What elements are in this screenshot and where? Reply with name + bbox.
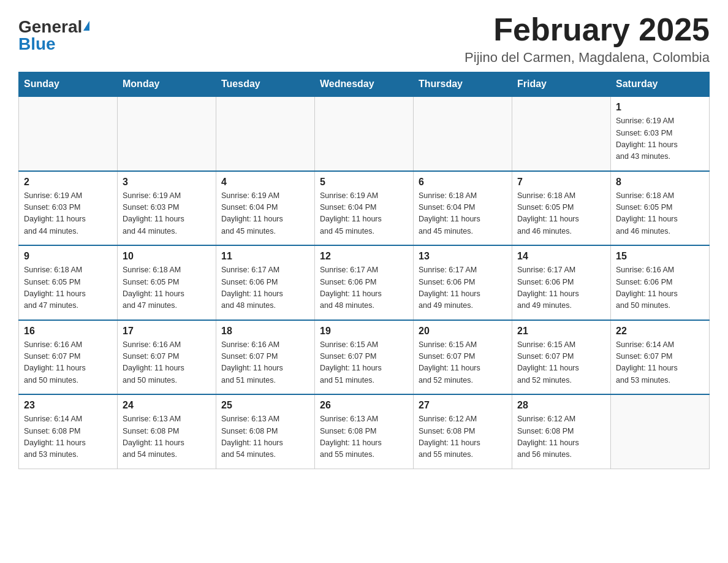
logo-blue-text: Blue: [18, 36, 56, 53]
calendar-cell: [216, 96, 315, 171]
day-number: 8: [616, 177, 704, 188]
logo-general-text: General: [18, 18, 82, 36]
day-info: Sunrise: 6:18 AMSunset: 6:05 PMDaylight:…: [517, 190, 605, 238]
day-info: Sunrise: 6:16 AMSunset: 6:07 PMDaylight:…: [123, 339, 211, 387]
weekday-header-sunday: Sunday: [19, 72, 118, 97]
day-info: Sunrise: 6:15 AMSunset: 6:07 PMDaylight:…: [320, 339, 408, 387]
day-number: 20: [419, 326, 507, 337]
day-number: 6: [419, 177, 507, 188]
calendar-cell: 25Sunrise: 6:13 AMSunset: 6:08 PMDayligh…: [216, 394, 315, 469]
header: General Blue February 2025 Pijino del Ca…: [18, 12, 710, 66]
calendar-cell: 5Sunrise: 6:19 AMSunset: 6:04 PMDaylight…: [315, 171, 414, 246]
calendar-cell: 21Sunrise: 6:15 AMSunset: 6:07 PMDayligh…: [512, 320, 611, 395]
day-number: 11: [221, 251, 309, 262]
day-number: 1: [616, 102, 704, 113]
day-number: 2: [24, 177, 112, 188]
day-info: Sunrise: 6:17 AMSunset: 6:06 PMDaylight:…: [517, 264, 605, 312]
calendar-cell: 28Sunrise: 6:12 AMSunset: 6:08 PMDayligh…: [512, 394, 611, 469]
weekday-header-monday: Monday: [118, 72, 216, 97]
day-info: Sunrise: 6:19 AMSunset: 6:03 PMDaylight:…: [123, 190, 211, 238]
day-info: Sunrise: 6:14 AMSunset: 6:08 PMDaylight:…: [24, 413, 112, 461]
calendar-week-row: 2Sunrise: 6:19 AMSunset: 6:03 PMDaylight…: [19, 171, 710, 246]
calendar-cell: 4Sunrise: 6:19 AMSunset: 6:04 PMDaylight…: [216, 171, 315, 246]
title-area: February 2025 Pijino del Carmen, Magdale…: [464, 12, 710, 66]
calendar-cell: [118, 96, 216, 171]
calendar-cell: [414, 96, 512, 171]
day-info: Sunrise: 6:17 AMSunset: 6:06 PMDaylight:…: [221, 264, 309, 312]
calendar-cell: 23Sunrise: 6:14 AMSunset: 6:08 PMDayligh…: [19, 394, 118, 469]
calendar-title: February 2025: [464, 12, 710, 47]
day-number: 5: [320, 177, 408, 188]
day-number: 24: [123, 400, 211, 411]
day-info: Sunrise: 6:19 AMSunset: 6:04 PMDaylight:…: [221, 190, 309, 238]
calendar-cell: [315, 96, 414, 171]
day-number: 16: [24, 326, 112, 337]
day-number: 10: [123, 251, 211, 262]
calendar-cell: 19Sunrise: 6:15 AMSunset: 6:07 PMDayligh…: [315, 320, 414, 395]
day-number: 3: [123, 177, 211, 188]
calendar-cell: 27Sunrise: 6:12 AMSunset: 6:08 PMDayligh…: [414, 394, 512, 469]
day-number: 22: [616, 326, 704, 337]
day-info: Sunrise: 6:16 AMSunset: 6:07 PMDaylight:…: [24, 339, 112, 387]
calendar-week-row: 9Sunrise: 6:18 AMSunset: 6:05 PMDaylight…: [19, 245, 710, 320]
day-number: 9: [24, 251, 112, 262]
day-number: 13: [419, 251, 507, 262]
day-number: 15: [616, 251, 704, 262]
calendar-cell: 3Sunrise: 6:19 AMSunset: 6:03 PMDaylight…: [118, 171, 216, 246]
calendar-cell: 6Sunrise: 6:18 AMSunset: 6:04 PMDaylight…: [414, 171, 512, 246]
day-info: Sunrise: 6:14 AMSunset: 6:07 PMDaylight:…: [616, 339, 704, 387]
day-info: Sunrise: 6:15 AMSunset: 6:07 PMDaylight:…: [517, 339, 605, 387]
day-number: 21: [517, 326, 605, 337]
calendar-cell: 24Sunrise: 6:13 AMSunset: 6:08 PMDayligh…: [118, 394, 216, 469]
calendar-cell: 26Sunrise: 6:13 AMSunset: 6:08 PMDayligh…: [315, 394, 414, 469]
logo: General Blue: [18, 18, 89, 53]
day-info: Sunrise: 6:13 AMSunset: 6:08 PMDaylight:…: [221, 413, 309, 461]
calendar-cell: 20Sunrise: 6:15 AMSunset: 6:07 PMDayligh…: [414, 320, 512, 395]
day-info: Sunrise: 6:16 AMSunset: 6:07 PMDaylight:…: [221, 339, 309, 387]
calendar-cell: 16Sunrise: 6:16 AMSunset: 6:07 PMDayligh…: [19, 320, 118, 395]
day-info: Sunrise: 6:15 AMSunset: 6:07 PMDaylight:…: [419, 339, 507, 387]
calendar-cell: 9Sunrise: 6:18 AMSunset: 6:05 PMDaylight…: [19, 245, 118, 320]
calendar-cell: 1Sunrise: 6:19 AMSunset: 6:03 PMDaylight…: [611, 96, 710, 171]
day-info: Sunrise: 6:13 AMSunset: 6:08 PMDaylight:…: [320, 413, 408, 461]
day-info: Sunrise: 6:18 AMSunset: 6:05 PMDaylight:…: [616, 190, 704, 238]
day-number: 28: [517, 400, 605, 411]
day-info: Sunrise: 6:17 AMSunset: 6:06 PMDaylight:…: [320, 264, 408, 312]
calendar-cell: 12Sunrise: 6:17 AMSunset: 6:06 PMDayligh…: [315, 245, 414, 320]
day-number: 18: [221, 326, 309, 337]
day-number: 12: [320, 251, 408, 262]
day-number: 7: [517, 177, 605, 188]
day-number: 4: [221, 177, 309, 188]
day-info: Sunrise: 6:19 AMSunset: 6:04 PMDaylight:…: [320, 190, 408, 238]
calendar-cell: 14Sunrise: 6:17 AMSunset: 6:06 PMDayligh…: [512, 245, 611, 320]
day-info: Sunrise: 6:18 AMSunset: 6:05 PMDaylight:…: [24, 264, 112, 312]
day-info: Sunrise: 6:17 AMSunset: 6:06 PMDaylight:…: [419, 264, 507, 312]
calendar-cell: [19, 96, 118, 171]
calendar-cell: 10Sunrise: 6:18 AMSunset: 6:05 PMDayligh…: [118, 245, 216, 320]
calendar-cell: [611, 394, 710, 469]
calendar-cell: 13Sunrise: 6:17 AMSunset: 6:06 PMDayligh…: [414, 245, 512, 320]
calendar-cell: 2Sunrise: 6:19 AMSunset: 6:03 PMDaylight…: [19, 171, 118, 246]
weekday-header-wednesday: Wednesday: [315, 72, 414, 97]
calendar-cell: 11Sunrise: 6:17 AMSunset: 6:06 PMDayligh…: [216, 245, 315, 320]
day-info: Sunrise: 6:13 AMSunset: 6:08 PMDaylight:…: [123, 413, 211, 461]
day-info: Sunrise: 6:18 AMSunset: 6:05 PMDaylight:…: [123, 264, 211, 312]
day-info: Sunrise: 6:19 AMSunset: 6:03 PMDaylight:…: [616, 115, 704, 163]
day-info: Sunrise: 6:12 AMSunset: 6:08 PMDaylight:…: [517, 413, 605, 461]
day-info: Sunrise: 6:19 AMSunset: 6:03 PMDaylight:…: [24, 190, 112, 238]
day-info: Sunrise: 6:18 AMSunset: 6:04 PMDaylight:…: [419, 190, 507, 238]
calendar-week-row: 16Sunrise: 6:16 AMSunset: 6:07 PMDayligh…: [19, 320, 710, 395]
weekday-header-tuesday: Tuesday: [216, 72, 315, 97]
calendar-week-row: 23Sunrise: 6:14 AMSunset: 6:08 PMDayligh…: [19, 394, 710, 469]
weekday-header-thursday: Thursday: [414, 72, 512, 97]
day-number: 27: [419, 400, 507, 411]
calendar-table: SundayMondayTuesdayWednesdayThursdayFrid…: [18, 72, 710, 469]
day-number: 14: [517, 251, 605, 262]
calendar-cell: 7Sunrise: 6:18 AMSunset: 6:05 PMDaylight…: [512, 171, 611, 246]
calendar-cell: 22Sunrise: 6:14 AMSunset: 6:07 PMDayligh…: [611, 320, 710, 395]
calendar-cell: 18Sunrise: 6:16 AMSunset: 6:07 PMDayligh…: [216, 320, 315, 395]
day-number: 26: [320, 400, 408, 411]
calendar-week-row: 1Sunrise: 6:19 AMSunset: 6:03 PMDaylight…: [19, 96, 710, 171]
logo-triangle-icon: [83, 21, 89, 31]
calendar-cell: [512, 96, 611, 171]
